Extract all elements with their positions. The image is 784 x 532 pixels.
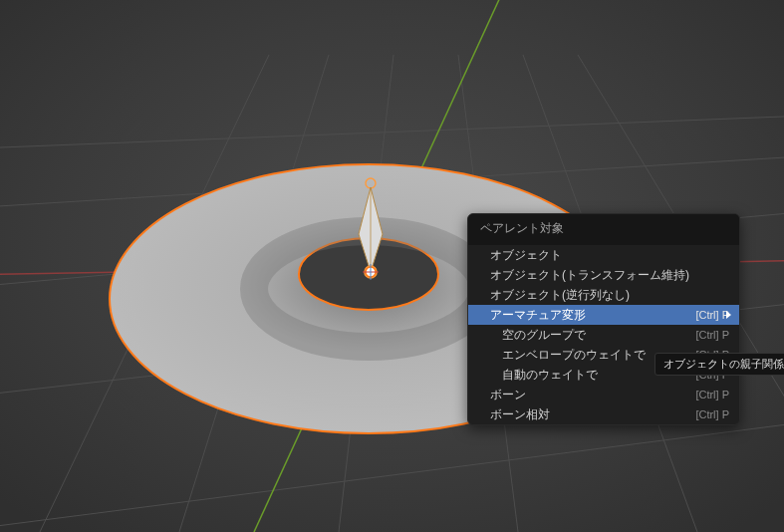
menu-item-shortcut: [Ctrl] P <box>695 408 729 420</box>
tooltip: オブジェクトの親子関係を設定 <box>654 353 784 376</box>
menu-item-label: ボーン相対 <box>490 406 687 423</box>
menu-item-armature-deform[interactable]: アーマチュア変形 [Ctrl] P <box>468 305 739 325</box>
menu-item-shortcut: [Ctrl] P <box>695 389 729 400</box>
viewport-3d[interactable]: ペアレント対象 オブジェクト オブジェクト(トランスフォーム維持) オブジェクト… <box>0 0 784 532</box>
menu-item-label: 空のグループで <box>502 327 687 344</box>
menu-item-object-keep-transform[interactable]: オブジェクト(トランスフォーム維持) <box>468 265 739 285</box>
menu-item-shortcut: [Ctrl] P <box>695 309 729 321</box>
menu-item-label: オブジェクト <box>490 247 721 264</box>
menu-item-bone-relative[interactable]: ボーン相対 [Ctrl] P <box>468 404 739 424</box>
menu-item-label: オブジェクト(逆行列なし) <box>490 287 721 304</box>
menu-item-label: オブジェクト(トランスフォーム維持) <box>490 267 721 284</box>
parent-context-menu: ペアレント対象 オブジェクト オブジェクト(トランスフォーム維持) オブジェクト… <box>467 213 740 425</box>
tooltip-text: オブジェクトの親子関係を設定 <box>663 358 784 370</box>
menu-header: ペアレント対象 <box>468 214 739 245</box>
menu-item-label: アーマチュア変形 <box>490 307 687 324</box>
menu-item-label: ボーン <box>490 387 687 403</box>
menu-item-empty-groups[interactable]: 空のグループで [Ctrl] P <box>468 325 739 345</box>
menu-title: ペアレント対象 <box>480 221 564 235</box>
menu-item-object[interactable]: オブジェクト <box>468 245 739 265</box>
menu-item-object-no-inverse[interactable]: オブジェクト(逆行列なし) <box>468 285 739 305</box>
menu-item-shortcut: [Ctrl] P <box>695 329 729 341</box>
menu-item-bone[interactable]: ボーン [Ctrl] P <box>468 385 739 404</box>
